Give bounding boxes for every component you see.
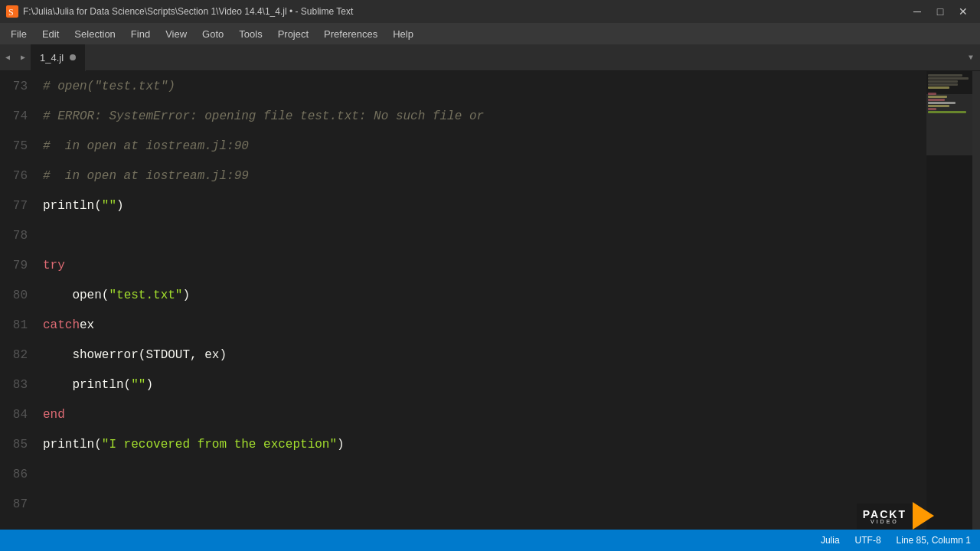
tab-modified-indicator (70, 54, 76, 60)
code-line-75: # in open at iostream.jl:90 (37, 131, 926, 161)
line-num-86: 86 (0, 459, 37, 489)
line-num-80: 80 (0, 280, 37, 310)
line-num-75: 75 (0, 131, 37, 161)
mini-line (928, 117, 971, 119)
line-num-73: 73 (0, 71, 37, 101)
menu-goto[interactable]: Goto (194, 25, 231, 43)
close-button[interactable]: ✕ (952, 3, 974, 20)
line-num-81: 81 (0, 310, 37, 340)
status-line-col: Line 85, Column 1 (897, 535, 971, 546)
mini-line (928, 80, 958, 83)
packt-play-icon (913, 502, 934, 530)
code-line-87 (37, 489, 926, 519)
menu-view[interactable]: View (158, 25, 194, 43)
vertical-scrollbar[interactable] (972, 71, 980, 530)
editor-container: 73 74 75 76 77 78 79 80 81 82 83 84 85 8… (0, 71, 980, 530)
code-line-85: println("I recovered from the exception"… (37, 429, 926, 459)
tab-nav-right[interactable]: ▶ (15, 44, 31, 71)
mini-line (928, 99, 945, 101)
code-line-77: println("") (37, 191, 926, 220)
maximize-button[interactable]: □ (929, 3, 951, 20)
mini-line (928, 93, 936, 95)
titlebar-controls: ─ □ ✕ (906, 3, 974, 20)
mini-line (928, 96, 947, 98)
mini-line (928, 83, 958, 86)
active-tab[interactable]: 1_4.jl (31, 44, 86, 71)
tab-dropdown[interactable]: ▼ (962, 44, 980, 71)
titlebar: S F:\Julia\Julia for Data Science\Script… (0, 0, 980, 23)
code-line-74: # ERROR: SystemError: opening file test.… (37, 101, 926, 131)
line-numbers: 73 74 75 76 77 78 79 80 81 82 83 84 85 8… (0, 71, 37, 530)
mini-line (928, 86, 949, 89)
code-line-79: try (37, 250, 926, 280)
code-line-83: println("") (37, 370, 926, 399)
minimap[interactable] (926, 71, 972, 530)
code-line-80: open("test.txt") (37, 280, 926, 310)
code-line-73: # open("test.txt") (37, 71, 926, 101)
mini-line (928, 77, 969, 80)
line-num-74: 74 (0, 101, 37, 131)
line-num-77: 77 (0, 191, 37, 220)
tabbar: ◀ ▶ 1_4.jl ▼ (0, 44, 980, 71)
code-line-82: showerror(STDOUT, ex) (37, 340, 926, 370)
menu-edit[interactable]: Edit (34, 25, 67, 43)
line-num-83: 83 (0, 370, 37, 399)
titlebar-left: S F:\Julia\Julia for Data Science\Script… (6, 5, 353, 18)
menu-tools[interactable]: Tools (231, 25, 270, 43)
packt-logo: PACKT VIDEO (857, 502, 934, 530)
menu-file[interactable]: File (3, 25, 34, 43)
menu-project[interactable]: Project (270, 25, 316, 43)
menu-help[interactable]: Help (385, 25, 421, 43)
code-line-84: end (37, 399, 926, 429)
tab-nav-left[interactable]: ◀ (0, 44, 15, 71)
line-num-78: 78 (0, 220, 37, 250)
code-area[interactable]: # open("test.txt") # ERROR: SystemError:… (37, 71, 926, 530)
line-num-87: 87 (0, 489, 37, 519)
mini-line (928, 105, 949, 107)
line-num-82: 82 (0, 340, 37, 370)
line-num-76: 76 (0, 161, 37, 191)
titlebar-title: F:\Julia\Julia for Data Science\Scripts\… (23, 6, 353, 17)
packt-sublabel: VIDEO (871, 519, 899, 524)
line-num-85: 85 (0, 429, 37, 459)
tab-filename: 1_4.jl (40, 52, 64, 64)
status-encoding: UTF-8 (855, 535, 881, 546)
line-num-79: 79 (0, 250, 37, 280)
menu-selection[interactable]: Selection (67, 25, 122, 43)
menu-preferences[interactable]: Preferences (316, 25, 385, 43)
svg-text:S: S (8, 7, 14, 18)
menu-find[interactable]: Find (123, 25, 158, 43)
code-line-81: catch ex (37, 310, 926, 340)
minimize-button[interactable]: ─ (906, 3, 928, 20)
app-icon: S (6, 5, 18, 18)
mini-line (928, 90, 971, 92)
status-syntax[interactable]: Julia (821, 535, 840, 546)
mini-line (928, 108, 936, 110)
code-line-78 (37, 220, 926, 250)
mini-line (928, 111, 966, 113)
menubar: File Edit Selection Find View Goto Tools… (0, 23, 980, 44)
mini-line (928, 114, 971, 116)
mini-line (928, 102, 956, 104)
code-line-76: # in open at iostream.jl:99 (37, 161, 926, 191)
code-line-86 (37, 459, 926, 489)
mini-line (928, 74, 962, 77)
line-num-84: 84 (0, 399, 37, 429)
statusbar: Julia UTF-8 Line 85, Column 1 (0, 530, 980, 551)
